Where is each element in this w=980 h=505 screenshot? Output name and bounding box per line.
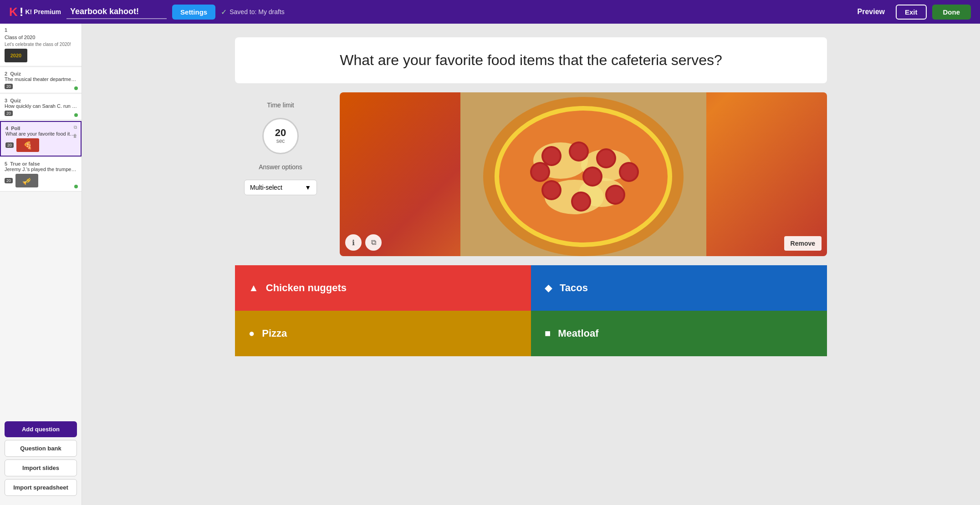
answer-options-label: Answer options [259,163,302,171]
answer-3-icon: ● [249,328,255,339]
time-limit-selector[interactable]: 20 sec [262,118,299,154]
brand-logo: K! K! Premium [9,5,61,19]
slide-4-time: 20 [5,142,14,148]
slide-2-number-type: 2 Quiz [5,71,77,76]
pizza-image-container: ℹ ⧉ Remove [340,92,827,256]
add-question-button[interactable]: Add question [5,421,77,437]
slide-1-thumb: 2020 [5,49,27,62]
topbar-right: Preview Exit Done [852,5,971,20]
kahoot-title-input[interactable] [66,5,167,19]
answer-tile-4[interactable]: ■ Meatloaf [531,311,827,356]
slide-5-dot [74,185,78,188]
answer-type-label: Multi-select [250,184,282,191]
slide-4-pizza-thumb: 🍕 [16,138,39,152]
media-section: Time limit 20 sec Answer options Multi-s… [235,92,827,256]
svg-point-21 [543,182,560,198]
svg-point-25 [584,168,601,185]
slide-1-caption: Let's celebrate the class of 2020! [5,42,77,47]
slide-5-trumpet-thumb: 🎺 [15,174,38,187]
answer-tile-2[interactable]: ◆ Tacos [531,265,827,311]
svg-point-19 [573,193,589,210]
slide-4-actions: ⧉ 🗑 [71,124,79,139]
answer-tile-3[interactable]: ● Pizza [235,311,531,356]
content-area: What are your favorite food items that t… [82,24,980,505]
slide-3-time: 20 [5,111,13,116]
slide-4-delete-button[interactable]: 🗑 [71,132,79,139]
topbar: K! K! Premium Settings ✓ Saved to: My dr… [0,0,980,24]
settings-button[interactable]: Settings [172,5,215,20]
preview-button[interactable]: Preview [852,5,890,19]
question-bank-button[interactable]: Question bank [5,440,77,457]
main-layout: 1 Class of 2020 Let's celebrate the clas… [0,24,980,505]
answer-4-icon: ■ [545,328,551,339]
slide-1-number: 1 [5,27,77,33]
check-icon: ✓ [221,8,227,16]
sidebar-item-2[interactable]: 2 Quiz The musical theater department p.… [0,67,82,93]
brand-premium: K! Premium [25,8,61,15]
import-spreadsheet-button[interactable]: Import spreadsheet [5,479,77,496]
chevron-down-icon: ▼ [305,184,311,191]
slide-3-title: How quickly can Sarah C. run a mil... [5,103,77,109]
image-info-button[interactable]: ℹ [345,234,362,251]
brand-k: K [9,5,18,19]
slide-4-thumb: 🍕 [16,138,39,152]
svg-point-9 [543,148,560,164]
answer-1-text: Chicken nuggets [266,282,347,294]
svg-point-17 [607,187,623,203]
slide-2-title: The musical theater department p... [5,76,77,82]
sidebar-item-4[interactable]: 4 Poll What are your favorite food items… [0,121,82,157]
slide-4-preview: 20 🍕 [5,138,76,152]
slide-4-title: What are your favorite food items t... [5,131,76,136]
answer-type-dropdown[interactable]: Multi-select ▼ [244,180,317,195]
slide-1-preview: 2020 [5,49,77,62]
saved-status: ✓ Saved to: My drafts [221,8,285,16]
answer-tile-1[interactable]: ▲ Chicken nuggets [235,265,531,311]
svg-point-13 [598,150,614,167]
answer-1-icon: ▲ [249,282,259,294]
answer-3-text: Pizza [262,328,287,339]
slide-1-title: Class of 2020 [5,35,77,40]
controls-panel: Time limit 20 sec Answer options Multi-s… [235,92,326,256]
image-overlay-buttons: ℹ ⧉ [345,234,382,251]
brand-excl: ! [20,5,24,19]
answer-4-text: Meatloaf [558,328,598,339]
import-slides-button[interactable]: Import slides [5,460,77,476]
pizza-image [340,92,827,256]
slide-2-time: 20 [5,84,13,89]
slide-5-title: Jeremy J.'s played the trumpet in t... [5,167,77,172]
answer-2-icon: ◆ [545,282,552,294]
svg-point-15 [621,164,637,180]
remove-image-button[interactable]: Remove [784,236,822,251]
svg-point-11 [571,143,587,160]
slide-5-time: 20 [5,178,13,183]
time-limit-label: Time limit [267,101,294,109]
slide-4-copy-button[interactable]: ⧉ [71,124,79,131]
sidebar-item-1[interactable]: 1 Class of 2020 Let's celebrate the clas… [0,24,82,66]
slide-4-number-type: 4 Poll [5,126,76,131]
done-button[interactable]: Done [932,5,971,20]
pizza-svg [340,92,827,256]
sidebar-item-3[interactable]: 3 Quiz How quickly can Sarah C. run a mi… [0,94,82,120]
topbar-left: K! K! Premium Settings ✓ Saved to: My dr… [9,5,285,20]
time-value: 20 [275,128,286,138]
saved-text: Saved to: My drafts [230,8,285,15]
image-edit-button[interactable]: ⧉ [365,234,382,251]
slide-1-year-thumb: 2020 [5,49,27,62]
slide-3-preview: 20 [5,111,77,116]
exit-button[interactable]: Exit [896,5,927,20]
time-unit: sec [276,138,285,144]
sidebar-buttons: Add question Question bank Import slides… [0,417,82,500]
slide-5-thumb: 🎺 [15,174,38,187]
slide-3-dot [74,113,78,117]
answer-2-text: Tacos [560,282,588,294]
sidebar-item-5[interactable]: 5 True or false Jeremy J.'s played the t… [0,157,82,192]
answer-grid: ▲ Chicken nuggets ◆ Tacos ● Pizza ■ Meat… [235,265,827,356]
slide-5-number-type: 5 True or false [5,161,77,167]
slide-3-number-type: 3 Quiz [5,98,77,103]
slide-2-preview: 20 [5,84,77,89]
slide-2-dot [74,86,78,90]
question-card[interactable]: What are your favorite food items that t… [235,37,827,83]
question-text: What are your favorite food items that t… [340,52,722,68]
svg-point-23 [532,164,548,180]
slide-5-preview: 20 🎺 [5,174,77,187]
